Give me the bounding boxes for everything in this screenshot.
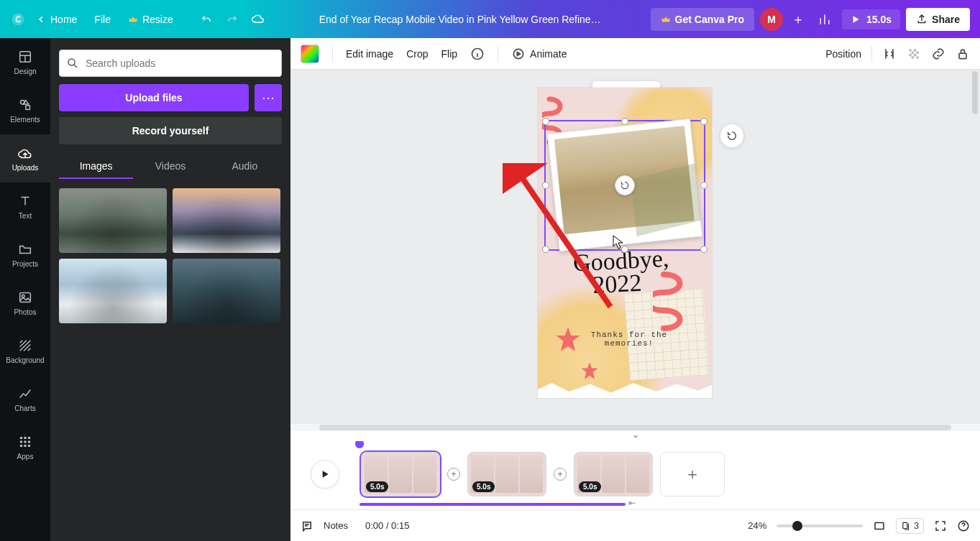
insights-button[interactable] bbox=[813, 8, 836, 31]
horizontal-scrollbar[interactable] bbox=[290, 424, 980, 431]
zoom-slider[interactable] bbox=[777, 524, 863, 527]
rail-text[interactable]: Text bbox=[0, 182, 50, 231]
upload-files-button[interactable]: Upload files bbox=[59, 84, 249, 111]
svg-rect-24 bbox=[912, 56, 914, 58]
uploads-tabs: Images Videos Audio bbox=[59, 154, 282, 180]
info-button[interactable] bbox=[470, 47, 485, 61]
link-icon[interactable] bbox=[931, 47, 945, 61]
add-clip-button[interactable]: ＋ bbox=[660, 452, 725, 496]
record-yourself-button[interactable]: Record yourself bbox=[59, 117, 282, 144]
insert-clip-button[interactable]: + bbox=[554, 468, 567, 481]
svg-rect-3 bbox=[26, 106, 29, 110]
resize-handle[interactable] bbox=[700, 246, 707, 253]
flip-button[interactable]: Flip bbox=[441, 48, 458, 60]
fullscreen-icon[interactable] bbox=[934, 519, 947, 532]
resize-handle[interactable] bbox=[542, 246, 549, 253]
rail-elements[interactable]: Elements bbox=[0, 86, 50, 134]
svg-point-11 bbox=[28, 440, 31, 443]
svg-point-0 bbox=[12, 13, 24, 25]
subtext[interactable]: Thanks for the memories! bbox=[590, 330, 669, 348]
photo-icon bbox=[17, 290, 33, 305]
cursor-icon bbox=[613, 235, 624, 249]
headline-text[interactable]: Goodbye, 2022 bbox=[572, 247, 670, 298]
share-button[interactable]: Share bbox=[906, 8, 970, 31]
home-button[interactable]: Home bbox=[29, 9, 84, 29]
timeline-clip[interactable]: 5.0s bbox=[361, 452, 440, 496]
insert-clip-button[interactable]: + bbox=[447, 468, 460, 481]
svg-point-15 bbox=[68, 59, 75, 65]
timeline-clip[interactable]: 5.0s bbox=[574, 452, 653, 496]
notes-icon[interactable] bbox=[301, 519, 313, 532]
rail-background[interactable]: Background bbox=[0, 327, 50, 375]
document-title[interactable]: End of Year Recap Mobile Video in Pink Y… bbox=[273, 14, 648, 25]
upload-thumb[interactable] bbox=[173, 259, 280, 323]
apps-icon bbox=[17, 434, 33, 450]
search-input[interactable] bbox=[59, 50, 282, 77]
timeline-collapse[interactable]: ⌄ bbox=[290, 431, 980, 438]
rail-apps[interactable]: Apps bbox=[0, 423, 50, 471]
rail-photos[interactable]: Photos bbox=[0, 279, 50, 327]
timeline-end-marker[interactable]: ⇤ bbox=[628, 498, 636, 508]
stage[interactable]: ⋯ Goodbye, 2022 Thanks for the memories! bbox=[290, 70, 980, 423]
vertical-scrollbar[interactable] bbox=[971, 70, 979, 423]
upload-thumb[interactable] bbox=[59, 259, 167, 323]
present-button[interactable]: 15.0s bbox=[842, 9, 900, 29]
resize-handle[interactable] bbox=[700, 182, 707, 189]
upload-thumb[interactable] bbox=[59, 188, 167, 253]
file-menu[interactable]: File bbox=[87, 9, 118, 29]
nudge-icon[interactable] bbox=[882, 47, 897, 61]
uploads-grid bbox=[59, 188, 282, 323]
tab-videos[interactable]: Videos bbox=[133, 154, 207, 179]
lock-icon[interactable] bbox=[956, 47, 970, 61]
transparency-icon[interactable] bbox=[907, 47, 921, 61]
tab-images[interactable]: Images bbox=[59, 154, 133, 179]
selection-bounds[interactable] bbox=[544, 120, 705, 251]
help-icon[interactable] bbox=[957, 519, 970, 532]
rail-charts[interactable]: Charts bbox=[0, 375, 50, 423]
clip-duration: 5.0s bbox=[579, 481, 601, 492]
rail-projects[interactable]: Projects bbox=[0, 231, 50, 279]
page-count-pill[interactable]: 3 bbox=[896, 518, 924, 534]
fit-icon[interactable] bbox=[873, 519, 886, 532]
cloud-sync-icon[interactable] bbox=[247, 8, 270, 31]
canva-logo-icon bbox=[10, 11, 26, 27]
svg-rect-21 bbox=[916, 51, 918, 53]
play-button[interactable] bbox=[311, 460, 339, 489]
position-button[interactable]: Position bbox=[825, 48, 861, 60]
resize-handle[interactable] bbox=[542, 118, 549, 125]
svg-rect-4 bbox=[20, 293, 31, 302]
undo-button[interactable] bbox=[195, 8, 218, 31]
resize-handle[interactable] bbox=[542, 182, 549, 189]
tab-audio[interactable]: Audio bbox=[208, 154, 282, 179]
add-member-button[interactable]: ＋ bbox=[789, 10, 807, 29]
resize-handle[interactable] bbox=[621, 118, 628, 125]
edit-image-button[interactable]: Edit image bbox=[346, 48, 393, 60]
search-uploads bbox=[59, 50, 282, 77]
notes-button[interactable]: Notes bbox=[324, 520, 348, 531]
template-icon bbox=[17, 49, 33, 65]
avatar[interactable]: M bbox=[760, 8, 783, 31]
animate-icon bbox=[511, 47, 526, 61]
time-display: 0:00 / 0:15 bbox=[365, 520, 409, 531]
resize-button[interactable]: Resize bbox=[121, 9, 180, 29]
upload-thumb[interactable] bbox=[173, 188, 280, 253]
color-picker-button[interactable] bbox=[301, 45, 319, 63]
rail-uploads[interactable]: Uploads bbox=[0, 134, 50, 182]
bottom-bar: Notes 0:00 / 0:15 24% 3 bbox=[290, 509, 980, 541]
crown-icon bbox=[128, 14, 138, 24]
crop-button[interactable]: Crop bbox=[406, 48, 428, 60]
add-page-button[interactable] bbox=[720, 124, 744, 148]
rotate-handle[interactable] bbox=[615, 175, 635, 195]
svg-rect-30 bbox=[875, 522, 884, 529]
resize-handle[interactable] bbox=[700, 118, 707, 125]
upload-more-button[interactable]: ⋯ bbox=[255, 84, 282, 111]
svg-point-13 bbox=[24, 445, 27, 448]
get-pro-button[interactable]: Get Canva Pro bbox=[651, 8, 754, 31]
timeline-clip[interactable]: 5.0s bbox=[467, 452, 546, 496]
rail-design[interactable]: Design bbox=[0, 38, 50, 86]
animate-button[interactable]: Animate bbox=[511, 47, 567, 61]
clip-duration: 5.0s bbox=[366, 481, 388, 492]
left-rail: Design Elements Uploads Text Projects Ph… bbox=[0, 38, 50, 541]
redo-button[interactable] bbox=[221, 8, 244, 31]
shapes-icon bbox=[17, 97, 33, 113]
